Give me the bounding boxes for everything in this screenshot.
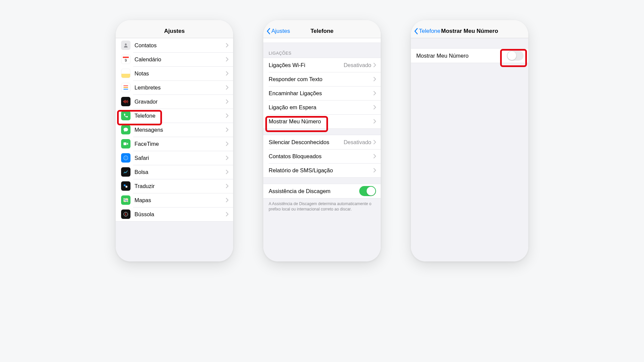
safari-icon — [121, 153, 130, 163]
chevron-right-icon — [226, 184, 228, 188]
chevron-right-icon — [373, 105, 376, 110]
row-label: Bússola — [135, 211, 226, 218]
row-lembretes[interactable]: Lembretes — [116, 80, 233, 95]
row-waiting[interactable]: Ligação em Espera — [263, 100, 381, 114]
group-calls: Ligações Ligações Wi-Fi Desativado Respo… — [263, 49, 381, 129]
navbar: Ajustes — [116, 20, 233, 38]
row-label: Contatos Bloqueados — [269, 153, 373, 160]
row-label: Silenciar Desconhecidos — [269, 139, 343, 145]
row-label: Telefone — [135, 113, 226, 119]
svg-point-3 — [124, 156, 128, 160]
show-number-toggle[interactable] — [507, 51, 524, 61]
row-label: Notas — [135, 70, 226, 77]
row-contatos[interactable]: Contatos — [116, 38, 233, 52]
navbar: Telefone Mostrar Meu Número — [411, 20, 528, 38]
row-label: Responder com Texto — [269, 76, 373, 82]
chevron-right-icon — [226, 141, 228, 146]
row-label: Mostrar Meu Número — [269, 118, 373, 125]
chevron-right-icon — [373, 63, 376, 67]
back-label: Ajustes — [271, 28, 290, 35]
row-safari[interactable]: Safari — [116, 151, 233, 165]
translate-icon — [121, 181, 130, 191]
row-label: Bolsa — [135, 169, 226, 175]
svg-rect-4 — [124, 184, 125, 186]
page-title: Mostrar Meu Número — [441, 28, 498, 35]
page-title: Telefone — [311, 28, 334, 35]
chevron-right-icon — [373, 168, 376, 173]
row-label: Gravador — [135, 99, 226, 105]
section-header: Ligações — [263, 49, 381, 58]
messages-icon — [121, 125, 130, 134]
group-showid: Mostrar Meu Número — [411, 48, 528, 63]
back-button[interactable]: Ajustes — [267, 28, 290, 35]
row-bussola[interactable]: Bússola — [116, 207, 233, 221]
chevron-left-icon — [267, 28, 271, 35]
screen-settings: Ajustes Contatos 9 Calendário Notas — [116, 20, 233, 261]
row-telefone[interactable]: Telefone — [116, 109, 233, 123]
row-wifi-calling[interactable]: Ligações Wi-Fi Desativado — [263, 58, 381, 72]
voice-memos-icon — [121, 97, 130, 106]
navbar: Ajustes Telefone — [263, 20, 381, 38]
contacts-icon — [121, 41, 130, 50]
row-report[interactable]: Relatório de SMS/Ligação — [263, 163, 381, 177]
row-gravador[interactable]: Gravador — [116, 95, 233, 109]
screen-show-caller-id: Telefone Mostrar Meu Número Mostrar Meu … — [411, 20, 528, 261]
calendar-icon: 9 — [121, 55, 130, 64]
row-silence-unknown[interactable]: Silenciar Desconhecidos Desativado — [263, 135, 381, 149]
chevron-right-icon — [373, 91, 376, 96]
chevron-right-icon — [226, 99, 228, 104]
chevron-right-icon — [226, 170, 228, 174]
row-label: Mapas — [135, 197, 226, 203]
row-label: Ligação em Espera — [269, 104, 373, 111]
phone-icon — [121, 111, 130, 120]
row-value: Desativado — [343, 139, 371, 145]
row-label: Contatos — [135, 42, 226, 49]
svg-rect-1 — [123, 142, 126, 145]
row-respond-text[interactable]: Responder com Texto — [263, 72, 381, 86]
phone-content: Ajustes Telefone Ligações Ligações Wi-Fi… — [263, 20, 381, 261]
row-notas[interactable]: Notas — [116, 66, 233, 80]
row-blocked[interactable]: Contatos Bloqueados — [263, 149, 381, 163]
back-button[interactable]: Telefone — [414, 28, 440, 35]
row-value: Desativado — [343, 62, 371, 68]
chevron-right-icon — [226, 212, 228, 217]
row-calendario[interactable]: 9 Calendário — [116, 52, 233, 66]
compass-icon — [121, 209, 130, 219]
chevron-right-icon — [226, 57, 228, 62]
row-show-caller-id[interactable]: Mostrar Meu Número — [263, 114, 381, 128]
row-bolsa[interactable]: Bolsa — [116, 165, 233, 179]
row-mapas[interactable]: Mapas — [116, 193, 233, 207]
row-forward[interactable]: Encaminhar Ligações — [263, 86, 381, 100]
row-mensagens[interactable]: Mensagens — [116, 123, 233, 137]
showid-content: Telefone Mostrar Meu Número Mostrar Meu … — [411, 20, 528, 261]
row-traduzir[interactable]: Traduzir — [116, 179, 233, 193]
settings-content: Ajustes Contatos 9 Calendário Notas — [116, 20, 233, 261]
stocks-icon — [121, 167, 130, 177]
row-label: Lembretes — [135, 84, 226, 91]
group-more: Silenciar Desconhecidos Desativado Conta… — [263, 135, 381, 178]
row-label: Mensagens — [135, 127, 226, 133]
chevron-right-icon — [226, 43, 228, 48]
row-label: Assistência de Discagem — [269, 188, 359, 194]
row-label: Relatório de SMS/Ligação — [269, 167, 373, 174]
back-label: Telefone — [419, 28, 440, 35]
svg-rect-5 — [125, 186, 127, 187]
dial-assist-toggle[interactable] — [359, 186, 376, 196]
row-facetime[interactable]: FaceTime — [116, 137, 233, 151]
row-label: Encaminhar Ligações — [269, 90, 373, 97]
row-label: Mostrar Meu Número — [416, 53, 507, 59]
svg-point-0 — [125, 44, 126, 45]
reminders-icon — [121, 83, 130, 92]
chevron-right-icon — [226, 198, 228, 202]
row-label: FaceTime — [135, 141, 226, 147]
chevron-right-icon — [226, 71, 228, 76]
row-dial-assist[interactable]: Assistência de Discagem — [263, 184, 381, 198]
page-title: Ajustes — [164, 28, 184, 35]
chevron-right-icon — [226, 156, 228, 160]
row-show-my-number[interactable]: Mostrar Meu Número — [411, 49, 528, 63]
row-label: Safari — [135, 155, 226, 161]
group-dial-assist: Assistência de Discagem A Assistência de… — [263, 184, 381, 215]
facetime-icon — [121, 139, 130, 148]
settings-list: Contatos 9 Calendário Notas Lembretes — [116, 38, 233, 222]
chevron-right-icon — [226, 127, 228, 132]
